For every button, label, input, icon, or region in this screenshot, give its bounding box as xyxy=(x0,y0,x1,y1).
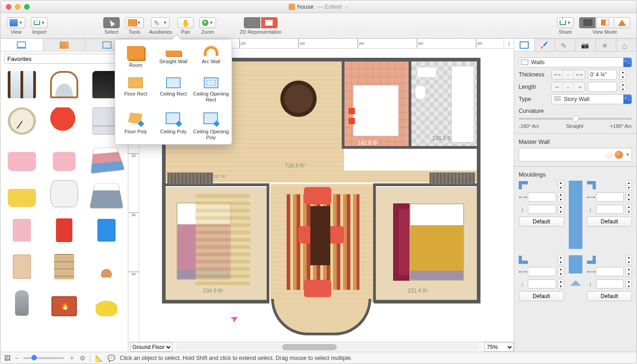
library-item[interactable] xyxy=(86,177,127,211)
import-button[interactable]: ▼ xyxy=(31,17,48,28)
moulding-stepper[interactable]: ▲▼ xyxy=(558,192,564,202)
library-item[interactable] xyxy=(1,68,43,101)
inspector-tab-geometry[interactable] xyxy=(514,39,535,51)
moulding-height-field[interactable] xyxy=(596,279,624,288)
share-button[interactable]: ▼ xyxy=(557,17,574,28)
inspector-tab-camera[interactable] xyxy=(576,39,596,51)
category-select[interactable]: Favorites xyxy=(4,54,124,64)
moulding-stepper[interactable]: ▲▼ xyxy=(626,267,632,277)
zoom-in-icon[interactable]: ＋ xyxy=(69,354,75,362)
moulding-stepper[interactable]: ▲▼ xyxy=(626,279,632,289)
moulding-stepper[interactable]: ▲▼ xyxy=(626,192,632,202)
select-button[interactable] xyxy=(103,17,120,28)
rep-2d-hatch-button[interactable] xyxy=(244,17,260,28)
moulding-stepper[interactable]: ▲▼ xyxy=(558,279,564,289)
viewmode-3d-button[interactable] xyxy=(614,17,630,28)
pan-button[interactable] xyxy=(177,17,194,28)
moulding-width-field[interactable] xyxy=(528,192,556,202)
library-item[interactable] xyxy=(86,213,127,247)
library-category-select[interactable]: Favorites xyxy=(0,51,128,66)
window-title[interactable]: house — Edited ⌄ xyxy=(289,3,349,10)
library-item[interactable] xyxy=(1,286,43,320)
swatch-cream[interactable] xyxy=(605,151,613,159)
master-wall-swatches[interactable]: ▼ xyxy=(519,148,632,162)
floor-select[interactable]: Ground Floor xyxy=(130,343,172,352)
inspector-tab-paint[interactable] xyxy=(535,39,555,51)
tool-floor-poly[interactable]: Floor Poly xyxy=(118,112,154,141)
tool-ceiling-rect[interactable]: Ceiling Rect xyxy=(156,77,192,103)
moulding-default-button[interactable]: Default xyxy=(519,217,564,227)
library-item[interactable] xyxy=(44,68,85,101)
gear-icon[interactable]: ⚙ xyxy=(80,354,86,362)
moulding-height-field[interactable] xyxy=(528,279,556,288)
library-item[interactable] xyxy=(44,286,85,320)
thickness-field[interactable]: 0' 4 ¾" xyxy=(588,70,617,80)
window-minimize[interactable] xyxy=(15,4,20,10)
rep-2d-color-button[interactable] xyxy=(261,17,278,28)
moulding-stepper[interactable]: ▲▼ xyxy=(626,204,632,214)
library-item[interactable] xyxy=(44,213,85,247)
swatch-orange[interactable] xyxy=(615,151,623,159)
library-item[interactable] xyxy=(1,177,43,211)
moulding-stepper[interactable]: ▲▼ xyxy=(558,180,564,190)
moulding-default-button[interactable]: Default xyxy=(519,291,564,301)
curvature-slider[interactable] xyxy=(519,118,632,120)
library-tab-materials[interactable] xyxy=(43,39,86,51)
library-item[interactable] xyxy=(1,250,43,283)
library-item[interactable] xyxy=(44,250,85,283)
viewmode-split-button[interactable] xyxy=(597,17,613,28)
view-button[interactable]: ▼ xyxy=(7,17,25,28)
zoom-slider[interactable] xyxy=(23,357,64,359)
wall-type-select[interactable]: Story Wall ⌃⌄ xyxy=(551,94,632,104)
tool-ceiling-opening-rect[interactable]: Ceiling Opening Rect xyxy=(193,77,229,103)
zoom-select[interactable]: 75% xyxy=(485,343,514,352)
tool-ceiling-poly[interactable]: Ceiling Poly xyxy=(156,112,192,141)
library-item[interactable] xyxy=(44,104,85,138)
tool-room[interactable]: Room xyxy=(118,46,154,68)
chevron-down-icon[interactable]: ▼ xyxy=(626,152,630,157)
length-mode-segment[interactable]: ⇤↔⇥ xyxy=(551,82,585,92)
tool-floor-rect[interactable]: Floor Rect xyxy=(118,77,154,103)
length-stepper[interactable]: ▲▼ xyxy=(620,82,626,92)
mirror-icon[interactable]: ◢◣ xyxy=(570,278,581,287)
tool-ceiling-opening-poly[interactable]: Ceiling Opening Poly xyxy=(193,112,229,141)
moulding-stepper[interactable]: ▲▼ xyxy=(558,267,564,277)
object-type-select[interactable]: Walls ⌃⌄ xyxy=(519,57,632,67)
measure-icon[interactable]: 📐 xyxy=(95,354,103,362)
moulding-stepper[interactable]: ▲▼ xyxy=(558,204,564,214)
viewmode-2d-button[interactable] xyxy=(579,17,596,28)
moulding-stepper[interactable]: ▲▼ xyxy=(558,255,564,265)
info-icon[interactable]: i xyxy=(504,39,514,48)
library-item[interactable] xyxy=(86,286,127,320)
chat-icon[interactable]: 💬 xyxy=(107,354,115,362)
window-close[interactable] xyxy=(6,4,11,10)
length-field[interactable] xyxy=(588,82,617,92)
horizontal-scrollbar[interactable] xyxy=(176,344,479,350)
zoom-out-icon[interactable]: − xyxy=(15,354,19,362)
library-tab-furniture[interactable] xyxy=(0,39,43,51)
library-item[interactable] xyxy=(86,141,127,174)
image-icon[interactable]: 🖼 xyxy=(4,354,10,362)
moulding-default-button[interactable]: Default xyxy=(587,291,632,301)
thickness-align-segment[interactable]: ⟷↔⟷ xyxy=(551,70,585,80)
tool-straight-wall[interactable]: Straight Wall xyxy=(156,46,192,68)
library-item[interactable] xyxy=(1,213,43,247)
auxiliaries-button[interactable]: ▼ xyxy=(151,17,170,28)
moulding-stepper[interactable]: ▲▼ xyxy=(626,180,632,190)
window-zoom[interactable] xyxy=(24,4,30,10)
tool-arc-wall[interactable]: Arc Wall xyxy=(193,46,229,68)
library-item[interactable] xyxy=(86,250,127,283)
moulding-width-field[interactable] xyxy=(596,192,624,202)
library-item[interactable] xyxy=(44,141,85,174)
tools-button[interactable]: ▼ xyxy=(125,17,144,28)
moulding-height-field[interactable] xyxy=(596,205,624,214)
inspector-tab-house[interactable] xyxy=(617,39,637,51)
moulding-stepper[interactable]: ▲▼ xyxy=(626,255,632,265)
library-item[interactable] xyxy=(44,177,85,211)
moulding-default-button[interactable]: Default xyxy=(587,217,632,227)
moulding-width-field[interactable] xyxy=(596,267,624,276)
library-item[interactable] xyxy=(1,141,43,174)
inspector-tab-pencil[interactable] xyxy=(555,39,576,51)
moulding-width-field[interactable] xyxy=(528,267,556,276)
zoom-button[interactable]: ▼ xyxy=(199,17,216,28)
